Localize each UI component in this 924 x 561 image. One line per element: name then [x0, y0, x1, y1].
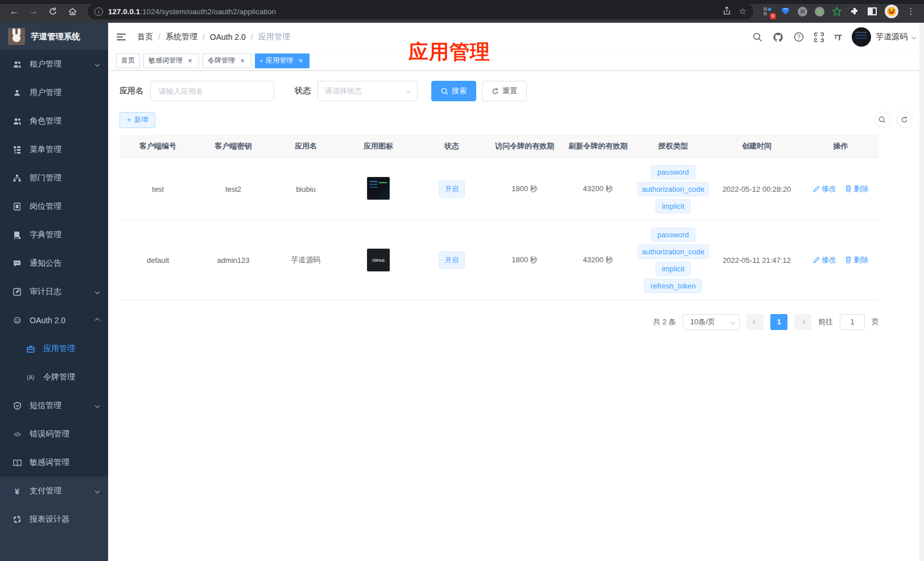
cell-secret: test2	[196, 158, 270, 220]
record-extension-icon[interactable]	[815, 7, 824, 16]
status-select[interactable]: 请选择状态	[317, 81, 418, 101]
delete-button[interactable]: 删除	[845, 184, 868, 194]
app-name-input[interactable]	[150, 81, 274, 101]
col-status: 状态	[415, 135, 488, 158]
close-icon[interactable]: ×	[296, 57, 304, 65]
code-icon: </>	[13, 431, 22, 438]
sidebar-item-user[interactable]: 用户管理	[0, 79, 108, 107]
col-app-name: 应用名	[270, 135, 341, 158]
browser-menu-kebab-icon[interactable]: ⋮	[906, 6, 916, 16]
refresh-table-button[interactable]	[896, 112, 913, 128]
sidebar-item-label: 字典管理	[30, 230, 99, 240]
side-panel-icon[interactable]	[867, 6, 877, 16]
next-page-button[interactable]	[794, 314, 811, 330]
sidebar-menu: 租户管理 用户管理 角色管理 菜单管理 部门管理 岗位管理	[0, 50, 108, 561]
tab-home[interactable]: 首页	[116, 53, 140, 68]
search-button-label: 搜索	[452, 86, 467, 96]
fullscreen-icon[interactable]	[814, 32, 824, 42]
delete-button[interactable]: 删除	[845, 255, 868, 265]
sidebar-item-post[interactable]: 岗位管理	[0, 192, 108, 221]
toggle-search-button[interactable]	[874, 112, 890, 128]
token-signal-icon: (A)	[26, 374, 35, 381]
chevron-down-icon	[731, 319, 735, 324]
breadcrumb-oauth2[interactable]: OAuth 2.0	[210, 32, 246, 42]
browser-reload-icon[interactable]	[44, 3, 61, 20]
sidebar-item-oauth2-token[interactable]: (A) 令牌管理	[0, 363, 108, 391]
edit-button[interactable]: 修改	[813, 184, 836, 194]
sidebar-item-label: 岗位管理	[30, 201, 99, 212]
puzzle-extensions-icon[interactable]	[849, 6, 860, 16]
search-icon[interactable]	[753, 32, 762, 42]
sidebar-item-sensitive-word[interactable]: 敏感词管理	[0, 448, 108, 477]
browser-home-icon[interactable]	[64, 3, 81, 20]
user-menu[interactable]: 芋道源码	[852, 27, 915, 47]
sidebar-item-label: 租户管理	[30, 59, 96, 69]
table-header-row: 客户端编号 客户端密钥 应用名 应用图标 状态 访问令牌的有效期 刷新令牌的有效…	[119, 135, 879, 158]
add-button[interactable]: + 新增	[119, 112, 155, 128]
open-book-icon	[13, 459, 22, 467]
table-row: default admin123 芋道源码 GitHub 开启 1800 秒 4…	[119, 220, 879, 300]
breadcrumb-home[interactable]: 首页	[137, 32, 153, 42]
github-icon[interactable]	[773, 32, 783, 43]
table-toolbar: + 新增	[119, 112, 913, 128]
help-icon[interactable]: ?	[794, 32, 804, 42]
sidebar-item-audit-log[interactable]: 审计日志	[0, 278, 108, 306]
page-size-select[interactable]: 10条/页	[683, 314, 740, 330]
bookmark-star-icon[interactable]: ☆	[739, 6, 746, 16]
browser-back-icon[interactable]: ←	[6, 3, 23, 20]
prev-page-button[interactable]	[746, 314, 764, 330]
sidebar-item-error-code[interactable]: </> 错误码管理	[0, 420, 108, 448]
extension-grid-icon[interactable]: 9	[762, 6, 773, 16]
sidebar-item-label: 敏感词管理	[30, 457, 99, 468]
breadcrumb-system[interactable]: 系统管理	[166, 32, 197, 42]
sidebar-item-tenant[interactable]: 租户管理	[0, 50, 108, 79]
red-annotation-text: 应用管理	[409, 39, 490, 65]
edit-log-icon	[13, 288, 22, 296]
sidebar-item-sms[interactable]: 短信管理	[0, 391, 108, 420]
green-star-extension-icon[interactable]	[832, 6, 842, 16]
tab-token[interactable]: 令牌管理 ×	[203, 53, 251, 68]
search-button[interactable]: 搜索	[431, 81, 476, 101]
font-size-icon[interactable]: TT	[834, 32, 842, 42]
browser-profile-avatar[interactable]	[885, 5, 898, 18]
sidebar-item-oauth2-application[interactable]: 应用管理	[0, 335, 108, 363]
tree-list-icon	[13, 146, 22, 154]
gem-extension-icon[interactable]	[780, 6, 790, 16]
reset-button[interactable]: 重置	[482, 81, 527, 101]
close-icon[interactable]: ×	[238, 57, 246, 65]
sidebar-item-report-designer[interactable]: 报表设计器	[0, 505, 108, 534]
user-avatar	[852, 27, 871, 47]
page-number-1[interactable]: 1	[770, 314, 787, 330]
sidebar-item-pay[interactable]: ¥ 支付管理	[0, 477, 108, 505]
sidebar: 芋道管理系统 租户管理 用户管理 角色管理 菜单管理 部门管理	[0, 23, 108, 561]
sidebar-item-role[interactable]: 角色管理	[0, 107, 108, 135]
collapse-sidebar-icon[interactable]	[117, 31, 128, 43]
goto-page-input[interactable]	[840, 314, 865, 330]
sidebar-item-label: OAuth 2.0	[30, 316, 96, 325]
window-scrollbar[interactable]	[919, 23, 924, 561]
segmented-circle-icon	[13, 515, 22, 523]
sidebar-item-oauth2[interactable]: OAuth 2.0	[0, 306, 108, 335]
site-info-icon[interactable]: i	[94, 7, 103, 16]
address-bar[interactable]: i 127.0.0.1:1024/system/oauth2/oauth2/ap…	[88, 3, 753, 19]
shield-check-icon	[13, 402, 22, 410]
active-dot-icon: ●	[260, 59, 262, 63]
tab-application[interactable]: ● 应用管理 ×	[255, 53, 310, 68]
col-create-time: 创建时间	[711, 135, 802, 158]
sidebar-item-menu[interactable]: 菜单管理	[0, 135, 108, 164]
sidebar-item-dept[interactable]: 部门管理	[0, 164, 108, 192]
close-icon[interactable]: ×	[186, 57, 194, 65]
cell-status: 开启	[415, 158, 488, 220]
edit-button[interactable]: 修改	[813, 255, 836, 265]
tab-sensitive-word[interactable]: 敏感词管理 ×	[143, 53, 199, 68]
url-text: 127.0.0.1:1024/system/oauth2/oauth2/appl…	[108, 7, 276, 16]
app-logo[interactable]: 芋道管理系统	[0, 23, 108, 50]
browser-forward-icon[interactable]: →	[25, 3, 42, 20]
grant-type-tag: implicit	[655, 199, 691, 213]
grant-type-tag: implicit	[655, 262, 691, 276]
sidebar-item-dict[interactable]: 字典管理	[0, 221, 108, 249]
command-extension-icon[interactable]: ⌘	[798, 7, 807, 16]
sidebar-item-label: 通知公告	[30, 258, 99, 269]
share-icon[interactable]	[723, 6, 731, 16]
sidebar-item-notice[interactable]: 通知公告	[0, 249, 108, 278]
